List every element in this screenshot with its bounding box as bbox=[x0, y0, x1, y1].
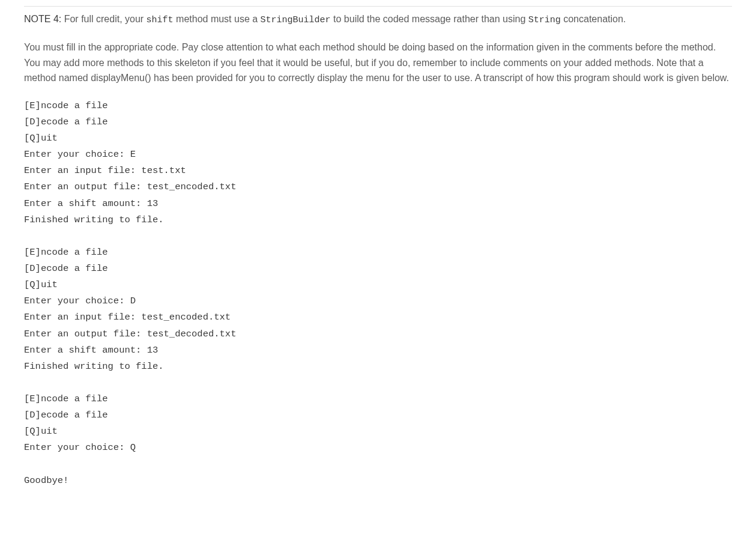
code-stringbuilder: StringBuilder bbox=[261, 15, 331, 25]
note-text-4: concatenation. bbox=[561, 14, 626, 24]
note-4-block: NOTE 4: For full credit, your shift meth… bbox=[24, 6, 732, 28]
code-string: String bbox=[528, 15, 561, 25]
note-text-3: to build the coded message rather than u… bbox=[331, 14, 528, 24]
code-shift: shift bbox=[147, 15, 174, 25]
note-prefix: NOTE 4: bbox=[24, 14, 61, 24]
note-text-2: method must use a bbox=[174, 14, 261, 24]
instructions-paragraph: You must fill in the appropriate code. P… bbox=[24, 40, 732, 86]
note-4-paragraph: NOTE 4: For full credit, your shift meth… bbox=[24, 11, 732, 28]
program-transcript: [E]ncode a file [D]ecode a file [Q]uit E… bbox=[24, 98, 732, 489]
note-text-1: For full credit, your bbox=[61, 14, 146, 24]
